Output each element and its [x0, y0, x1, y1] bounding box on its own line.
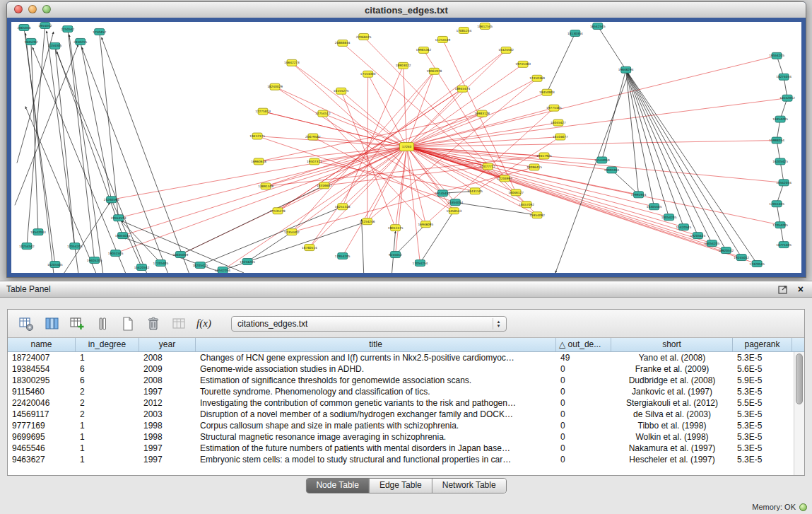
network-node[interactable]: 15424502 — [498, 47, 514, 53]
network-node[interactable]: 19012475 — [388, 225, 404, 231]
network-node[interactable]: 18274054 — [776, 74, 792, 80]
network-edge[interactable] — [223, 147, 406, 271]
network-node[interactable]: 16054205 — [704, 240, 719, 247]
network-node[interactable]: 10995951 — [604, 167, 620, 173]
network-node[interactable]: 16104677 — [553, 134, 568, 140]
network-node[interactable]: 18130354 — [567, 30, 583, 36]
network-edge[interactable] — [406, 147, 601, 160]
network-edge[interactable] — [100, 32, 119, 218]
network-edge[interactable] — [406, 64, 523, 147]
network-node[interactable]: 19245012 — [734, 255, 749, 261]
zoom-window-button[interactable] — [42, 5, 51, 13]
import-table-button[interactable] — [169, 314, 188, 333]
network-node[interactable]: 19775165 — [546, 105, 562, 111]
network-node[interactable]: 17554300 — [360, 71, 376, 77]
table-row[interactable]: 946362711997Embryonic stem cells: a mode… — [8, 454, 794, 465]
network-edge[interactable] — [15, 45, 78, 205]
network-node[interactable]: 18542033 — [30, 229, 46, 235]
network-node[interactable]: 16775405 — [776, 242, 792, 248]
network-node[interactable]: 16542054 — [215, 267, 230, 273]
network-edge[interactable] — [259, 147, 406, 162]
network-node[interactable]: 19061978 — [427, 68, 442, 74]
network-edge[interactable] — [626, 70, 698, 235]
network-edge[interactable] — [406, 147, 420, 264]
table-row[interactable]: 1456911722003Disruption of a novel membe… — [8, 409, 794, 420]
network-node[interactable]: 22068425 — [356, 33, 372, 40]
network-edge[interactable] — [81, 42, 112, 199]
minimize-window-button[interactable] — [28, 5, 37, 13]
network-edge[interactable] — [406, 56, 777, 147]
column-header-title[interactable]: title — [196, 338, 556, 351]
network-node[interactable]: 1750452 — [93, 28, 106, 35]
network-node[interactable]: 19457925 — [536, 153, 552, 159]
network-node[interactable]: 17991954 — [631, 192, 647, 198]
network-edge[interactable] — [420, 211, 454, 263]
network-node[interactable]: 17954205 — [335, 253, 351, 259]
table-mode-button[interactable] — [16, 314, 35, 333]
network-edge[interactable] — [406, 147, 726, 251]
network-node[interactable]: 11544059 — [594, 157, 610, 163]
column-header-year[interactable]: year — [139, 338, 196, 351]
column-header-out_degree[interactable]: △ out_de... — [556, 338, 611, 351]
network-node[interactable]: 15420545 — [676, 224, 692, 230]
network-node[interactable]: 17054254 — [413, 260, 428, 267]
network-edge[interactable] — [257, 136, 455, 203]
delete-button[interactable] — [143, 314, 163, 333]
network-node[interactable]: 20554513 — [111, 215, 126, 221]
network-edge[interactable] — [55, 46, 123, 235]
network-node[interactable]: 15998054 — [769, 137, 784, 144]
network-edge[interactable] — [259, 114, 482, 162]
network-edge[interactable] — [406, 147, 698, 236]
network-edge[interactable] — [341, 91, 407, 147]
network-edge[interactable] — [362, 219, 364, 273]
table-row[interactable]: 1872400712008Changes of HCN gene express… — [8, 352, 794, 363]
column-header-short[interactable]: short — [611, 338, 733, 351]
network-node[interactable]: 17135278 — [270, 208, 286, 214]
network-node[interactable]: 18903022 — [396, 62, 411, 69]
table-row[interactable]: 911546021997Tourette syndrome. Phenomeno… — [8, 386, 794, 397]
network-node[interactable]: 18240029 — [267, 83, 283, 90]
network-node[interactable]: 13891509 — [258, 183, 273, 189]
network-node[interactable]: 18612545 — [477, 23, 493, 29]
network-node[interactable]: 2065058 — [17, 24, 30, 30]
network-edge[interactable] — [368, 74, 407, 147]
network-edge[interactable] — [292, 71, 434, 232]
network-node[interactable]: 18454205 — [772, 116, 788, 122]
network-edge[interactable] — [57, 52, 147, 273]
network-node[interactable]: 17240 — [400, 143, 414, 151]
network-edge[interactable] — [102, 37, 189, 273]
network-node[interactable]: 2250542 — [61, 25, 74, 32]
network-edge[interactable] — [406, 71, 434, 147]
column-header-in_degree[interactable]: in_degree — [76, 338, 139, 351]
network-node[interactable]: 1845202 — [24, 38, 37, 45]
network-node[interactable]: 16205425 — [772, 158, 788, 165]
network-node[interactable]: 16542052 — [779, 95, 795, 101]
network-edge[interactable] — [31, 42, 38, 232]
network-node[interactable]: 17420545 — [749, 261, 765, 267]
network-edge[interactable] — [602, 70, 626, 160]
network-node[interactable]: 17450369 — [529, 75, 545, 81]
network-node[interactable]: 12354402 — [284, 229, 300, 235]
network-edge[interactable] — [275, 87, 442, 194]
network-node[interactable]: 16205405 — [47, 262, 63, 268]
table-select-combo[interactable]: citations_edges.txt ▲ ▼ — [231, 316, 507, 332]
window-titlebar[interactable]: citations_edges.txt — [7, 2, 806, 18]
network-edge[interactable] — [406, 147, 425, 225]
network-edge[interactable] — [406, 93, 546, 147]
tab-network-table[interactable]: Network Table — [432, 479, 506, 493]
network-node[interactable]: 19646294 — [618, 66, 634, 73]
combo-stepper[interactable]: ▲ ▼ — [493, 318, 504, 329]
network-node[interactable]: 15420542 — [134, 264, 150, 271]
network-node[interactable]: 16760514 — [302, 245, 317, 251]
memory-status-icon[interactable] — [799, 503, 807, 511]
network-edge[interactable] — [82, 47, 168, 273]
network-edge[interactable] — [547, 33, 575, 93]
table-row[interactable]: 969969511998Structural magnetic resonanc… — [8, 431, 794, 443]
network-node[interactable]: 12055405 — [769, 201, 784, 207]
network-node[interactable]: 11431505 — [467, 188, 483, 194]
column-header-pagerank[interactable]: pagerank — [733, 338, 792, 351]
network-edge[interactable] — [25, 33, 54, 273]
network-node[interactable]: 19965342 — [416, 47, 432, 53]
show-columns-button[interactable] — [42, 314, 61, 333]
network-node[interactable]: 20866654 — [335, 40, 351, 46]
